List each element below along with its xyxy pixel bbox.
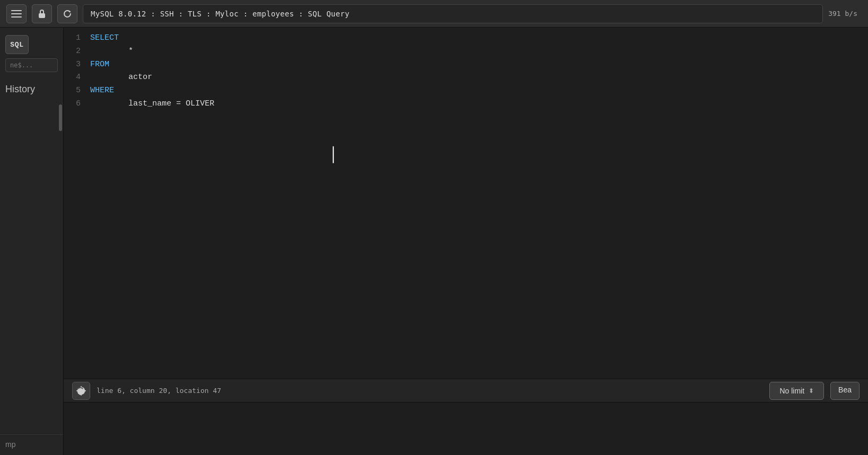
code-line-5: WHERE <box>90 84 863 98</box>
no-limit-label: No limit <box>779 387 804 395</box>
refresh-icon <box>62 8 73 19</box>
lock-button[interactable] <box>32 4 52 23</box>
connection-title: MySQL 8.0.12 : SSH : TLS : Myloc : emplo… <box>83 4 823 23</box>
editor-content: 1 2 3 4 5 6 SELECT * FROM actor WHERE la… <box>64 28 868 379</box>
sidebar-scroll-area <box>0 99 63 434</box>
sidebar-bottom: mp <box>0 434 63 455</box>
bea-label: Bea <box>838 386 852 394</box>
line-numbers: 1 2 3 4 5 6 <box>64 32 85 374</box>
bottom-area <box>64 402 868 455</box>
no-limit-button[interactable]: No limit ⬍ <box>769 382 824 400</box>
line-num-5: 5 <box>68 84 81 98</box>
bea-button[interactable]: Bea <box>830 382 860 400</box>
lock-icon <box>37 8 47 19</box>
gear-icon <box>76 386 86 396</box>
line-num-1: 1 <box>68 32 81 45</box>
sidebar-scrollbar[interactable] <box>59 104 62 131</box>
svg-rect-3 <box>39 13 45 18</box>
line-num-2: 2 <box>68 45 81 58</box>
sidebar-search-input[interactable] <box>5 58 58 72</box>
menu-button[interactable] <box>6 4 27 23</box>
connection-title-text: MySQL 8.0.12 : SSH : TLS : Myloc : emplo… <box>91 10 350 18</box>
code-editor[interactable]: SELECT * FROM actor WHERE last_name = OL… <box>85 32 868 374</box>
code-line-1: SELECT <box>90 32 863 45</box>
refresh-button[interactable] <box>57 4 77 23</box>
line-num-4: 4 <box>68 71 81 84</box>
transfer-rate: 391 b/s <box>828 10 862 18</box>
line-num-6: 6 <box>68 98 81 111</box>
sidebar: SQL History mp <box>0 28 64 455</box>
history-label: History <box>0 77 63 99</box>
line-num-3: 3 <box>68 58 81 72</box>
svg-rect-2 <box>11 16 22 18</box>
settings-button[interactable] <box>72 382 90 400</box>
text-cursor: │ <box>329 147 330 162</box>
svg-rect-1 <box>11 13 22 14</box>
sql-badge[interactable]: SQL <box>5 35 29 54</box>
toolbar: MySQL 8.0.12 : SSH : TLS : Myloc : emplo… <box>0 0 868 28</box>
code-line-3: FROM <box>90 58 863 72</box>
menu-icon <box>11 8 22 19</box>
status-bar: line 6, column 20, location 47 No limit … <box>64 379 868 402</box>
sidebar-bottom-text: mp <box>5 440 15 449</box>
chevrons-icon: ⬍ <box>809 387 814 395</box>
main-area: SQL History mp 1 2 3 4 5 6 SELECT * <box>0 28 868 455</box>
code-line-2: * <box>90 45 863 58</box>
cursor-position: line 6, column 20, location 47 <box>97 387 763 395</box>
editor-area[interactable]: 1 2 3 4 5 6 SELECT * FROM actor WHERE la… <box>64 28 868 455</box>
sidebar-top: SQL <box>0 28 63 77</box>
code-line-4: actor <box>90 71 863 84</box>
svg-rect-0 <box>11 10 22 11</box>
code-line-6: last_name = OLIVER <box>90 98 863 111</box>
